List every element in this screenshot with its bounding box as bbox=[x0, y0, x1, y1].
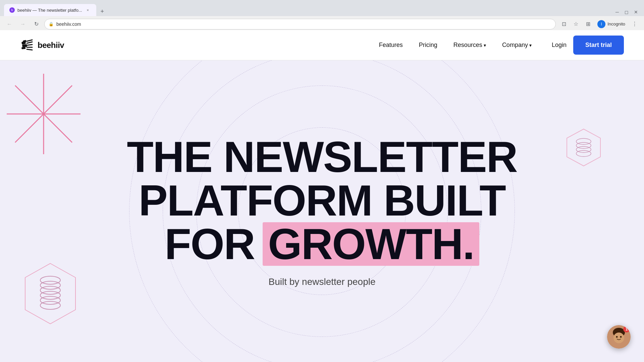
chevron-down-icon: ▾ bbox=[529, 43, 532, 48]
nav-links: Features Pricing Resources ▾ Company ▾ bbox=[379, 42, 532, 49]
headline-line-3: FOR GROWTH. bbox=[127, 222, 517, 266]
back-button[interactable]: ← bbox=[4, 19, 15, 29]
nav-pricing[interactable]: Pricing bbox=[419, 42, 437, 49]
nav-features[interactable]: Features bbox=[379, 42, 403, 49]
refresh-button[interactable]: ↻ bbox=[31, 19, 42, 29]
tab-favicon: b bbox=[9, 7, 15, 13]
cast-icon[interactable]: ⊡ bbox=[558, 19, 569, 29]
new-tab-button[interactable]: + bbox=[98, 7, 107, 16]
nav-actions: Login Start trial bbox=[552, 36, 624, 55]
svg-marker-13 bbox=[25, 263, 75, 324]
nav-resources[interactable]: Resources ▾ bbox=[453, 42, 486, 49]
svg-line-5 bbox=[27, 42, 32, 43]
svg-point-19 bbox=[40, 301, 60, 309]
svg-point-24 bbox=[576, 150, 591, 157]
address-bar[interactable]: 🔒 beehiiv.com bbox=[44, 19, 556, 29]
svg-marker-20 bbox=[567, 129, 600, 166]
website-content: beehiiv Features Pricing Resources ▾ Com… bbox=[0, 30, 644, 362]
svg-point-17 bbox=[40, 291, 60, 299]
restore-button[interactable]: ◻ bbox=[623, 8, 631, 16]
start-trial-button[interactable]: Start trial bbox=[573, 36, 624, 55]
svg-rect-1 bbox=[23, 40, 26, 43]
svg-point-28 bbox=[616, 336, 618, 338]
profile-button[interactable]: I Incognito bbox=[595, 19, 628, 29]
logo[interactable]: beehiiv bbox=[20, 39, 64, 52]
window-mode-icon[interactable]: ⊞ bbox=[583, 19, 593, 29]
minimize-button[interactable]: ─ bbox=[613, 8, 621, 16]
avatar: I bbox=[597, 20, 605, 28]
close-window-button[interactable]: ✕ bbox=[632, 8, 640, 16]
browser-tab-active[interactable]: b beehiiv — The newsletter platfo... × bbox=[4, 4, 96, 16]
svg-line-11 bbox=[15, 85, 72, 142]
hero-text: THE NEWSLETTER PLATFORM BUILT FOR GROWTH… bbox=[127, 135, 517, 287]
forward-button[interactable]: → bbox=[17, 19, 28, 29]
nav-company[interactable]: Company ▾ bbox=[502, 42, 532, 49]
svg-line-12 bbox=[15, 85, 72, 142]
svg-rect-2 bbox=[22, 44, 27, 47]
svg-point-18 bbox=[40, 296, 60, 304]
svg-point-21 bbox=[576, 138, 591, 144]
svg-point-27 bbox=[613, 333, 624, 343]
svg-line-4 bbox=[27, 40, 32, 41]
headline-for: FOR bbox=[165, 222, 255, 266]
svg-point-22 bbox=[576, 142, 591, 148]
headline-growth: GROWTH. bbox=[263, 222, 479, 266]
browser-menu-icon[interactable]: ⋮ bbox=[629, 19, 640, 29]
svg-line-8 bbox=[27, 49, 32, 50]
url-text: beehiiv.com bbox=[56, 21, 81, 27]
hex-spring-decoration bbox=[20, 260, 80, 328]
tab-close-button[interactable]: × bbox=[85, 7, 91, 13]
svg-point-15 bbox=[40, 281, 60, 289]
chat-widget[interactable]: 1 bbox=[607, 325, 631, 349]
svg-point-16 bbox=[40, 286, 60, 294]
profile-label: Incognito bbox=[607, 21, 625, 26]
hex-top-right-decoration bbox=[564, 127, 604, 169]
headline-line-2: PLATFORM BUILT bbox=[127, 179, 517, 222]
chevron-down-icon: ▾ bbox=[484, 43, 486, 48]
hero-section: THE NEWSLETTER PLATFORM BUILT FOR GROWTH… bbox=[0, 60, 644, 362]
logo-text: beehiiv bbox=[38, 41, 64, 50]
headline-line-1: THE NEWSLETTER bbox=[127, 135, 517, 179]
lock-icon: 🔒 bbox=[49, 22, 54, 26]
svg-line-6 bbox=[27, 45, 32, 45]
login-button[interactable]: Login bbox=[552, 42, 567, 49]
chat-badge: 1 bbox=[623, 326, 630, 333]
bookmark-icon[interactable]: ☆ bbox=[571, 19, 581, 29]
star-decoration bbox=[7, 67, 80, 161]
svg-point-14 bbox=[40, 276, 60, 284]
hero-subtitle: Built by newsletter people bbox=[127, 277, 517, 287]
hero-headline: THE NEWSLETTER PLATFORM BUILT FOR GROWTH… bbox=[127, 135, 517, 266]
svg-rect-3 bbox=[21, 47, 25, 49]
svg-point-23 bbox=[576, 146, 591, 153]
tab-title: beehiiv — The newsletter platfo... bbox=[17, 8, 82, 13]
logo-icon bbox=[20, 39, 34, 52]
main-nav: beehiiv Features Pricing Resources ▾ Com… bbox=[0, 30, 644, 60]
svg-point-29 bbox=[620, 336, 622, 338]
